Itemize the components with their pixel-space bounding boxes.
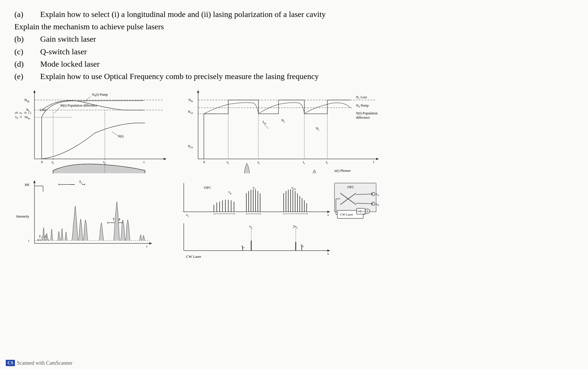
svg-text:t1: t1 [227,160,229,165]
svg-line-12 [83,97,90,103]
top-diagrams-row: Nth NL Loss N0a N0(t) Pump M(t) Pop [14,87,574,174]
svg-marker-2 [164,158,167,160]
svg-marker-3 [33,90,36,93]
svg-text:i: i [28,239,30,243]
svg-text:-N: -N [24,111,27,114]
svg-text:t2: t2 [103,160,106,165]
svg-rect-165 [334,183,376,212]
svg-text:v: v [327,252,329,256]
svg-text:t: t [373,160,374,164]
svg-text:v1: v1 [186,213,189,218]
part-c-label: (c) [14,46,40,57]
mode-locked-diagram: MI Intensity i Tr [14,177,158,256]
svg-text:v2q: v2q [291,186,296,190]
part-d-text: Mode locked laser [40,58,574,70]
svg-text:): ) [30,111,31,115]
svg-marker-43 [197,90,199,93]
part-a-label: (a) [14,9,40,20]
ofc-diagram: OFC v1 vg v1 v2q [167,177,379,259]
svg-text:vL: vL [249,224,253,229]
part-b-line: (b) Gain switch laser [14,33,574,45]
svg-text:0a: 0a [20,112,22,114]
svg-marker-80 [33,180,36,183]
part-d-label: (d) [14,58,40,70]
svg-text:N0(t) Pump: N0(t) Pump [92,93,108,97]
svg-text:vg: vg [228,190,231,195]
svg-text:t: t [144,160,145,164]
svg-marker-79 [149,242,152,245]
part-e-label: (e) [14,71,40,82]
svg-text:Nc Loss: Nc Loss [356,95,367,100]
svg-text:N(t): N(t) [118,134,123,138]
intro-line: Explain the mechanism to achieve pulse l… [14,21,574,32]
svg-text:T1: T1 [39,235,42,239]
svg-text:OFC: OFC [204,185,211,190]
svg-text:N(t) Population: N(t) Population [356,111,378,115]
diagrams-section: Nth NL Loss N0a N0(t) Pump M(t) Pop [14,87,574,259]
svg-text:difference: difference [356,116,370,120]
svg-marker-152 [327,249,330,252]
svg-text:0: 0 [203,160,205,164]
ofc-svg: OFC v1 vg v1 v2q [167,177,379,258]
svg-text:Nj: Nj [281,118,285,123]
gain-switch-svg: Nth NL Loss N0a N0(t) Pump M(t) Pop [14,87,169,173]
svg-text:Nj: Nj [316,126,319,131]
cs-badge: CS [6,360,15,366]
part-d-line: (d) Mode locked laser [14,58,574,70]
svg-text:t1: t1 [52,160,54,165]
part-a-line: (a) Explain how to select (i) a longitud… [14,9,574,20]
svg-text:Intensity: Intensity [16,214,30,218]
svg-line-16 [112,132,117,135]
footer: CS Scanned with CamScanner [6,360,72,366]
gain-switch-diagram: Nth NL Loss N0a N0(t) Pump M(t) Pop [14,87,169,174]
svg-text:ts: ts [303,160,305,165]
svg-text:t2: t2 [258,160,260,165]
svg-text:MI: MI [25,182,29,187]
svg-text:Tr: Tr [79,180,82,184]
svg-text:vb: vb [301,243,304,248]
part-e-line: (e) Explain how to use Optical Frequency… [14,71,574,82]
svg-text:N0a: N0a [25,115,30,120]
mode-locked-svg: MI Intensity i Tr [14,177,158,255]
svg-text:2vL: 2vL [293,224,298,229]
svg-marker-107 [327,211,330,213]
svg-text:tf: tf [326,160,328,165]
page: (a) Explain how to select (i) a longitud… [0,0,588,369]
svg-text:OFC: OFC [347,185,354,189]
q-switch-diagram: Nth Nc Loss N0 Pump N(t) Population diff… [178,87,393,174]
svg-text:Nth: Nth [188,98,193,103]
svg-text:number: number [334,173,345,173]
svg-text:CW Laser: CW Laser [340,213,353,216]
part-c-line: (c) Q-switch laser [14,46,574,57]
svg-text:n(t) Photon-: n(t) Photon- [334,169,351,173]
svg-text:N0 Pump: N0 Pump [356,103,369,108]
svg-text:Isp: Isp [263,120,266,124]
svg-text:(N: (N [15,111,18,115]
svg-text:L: L [28,112,30,114]
part-a-text: Explain how to select (i) a longitudinal… [40,9,574,20]
svg-text:0: 0 [41,160,43,164]
question-section: (a) Explain how to select (i) a longitud… [14,9,574,82]
svg-text:Nth: Nth [24,98,29,103]
svg-text:/2: /2 [20,115,22,118]
svg-text:v: v [327,213,329,217]
q-switch-svg: Nth Nc Loss N0 Pump N(t) Population diff… [178,87,393,173]
part-b-text: Gain switch laser [40,33,574,45]
svg-text:Ncb: Ncb [188,144,193,149]
svg-line-54 [264,124,269,129]
svg-text:t: t [146,245,148,249]
footer-text: Scanned with CamScanner [17,360,72,366]
bottom-diagrams-row: MI Intensity i Tr [14,177,574,259]
part-e-text: Explain how to use Optical Frequency com… [40,71,574,82]
part-b-label: (b) [14,33,40,45]
svg-text:TP: TP [15,116,18,120]
svg-text:Ncb: Ncb [188,110,193,114]
svg-marker-42 [376,158,379,160]
svg-text:CW Laser: CW Laser [186,254,201,258]
part-c-text: Q-switch laser [40,46,574,57]
svg-text:n(t): n(t) [321,173,326,173]
